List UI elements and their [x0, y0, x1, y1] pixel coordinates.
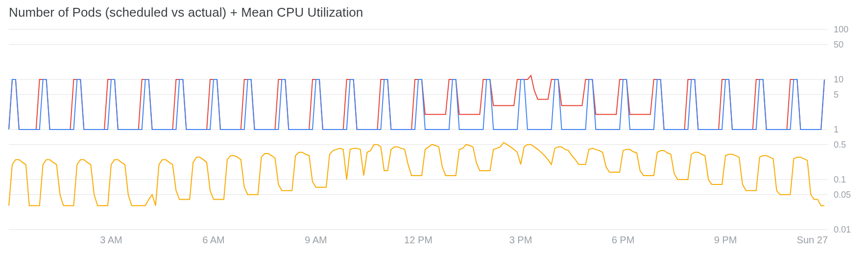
x-tick-label: 3 PM [509, 234, 532, 245]
y-tick-label: 0.5 [834, 140, 846, 150]
x-tick-label: 9 AM [305, 234, 327, 245]
x-tick-label: 3 AM [100, 234, 122, 245]
series-pods-actual [9, 79, 824, 130]
y-tick-label: 50 [834, 40, 844, 50]
y-tick-label: 0.1 [834, 175, 846, 184]
y-tick-label: 5 [834, 90, 839, 100]
x-tick-label: 6 PM [612, 234, 635, 245]
chart-title: Number of Pods (scheduled vs actual) + M… [0, 0, 868, 22]
y-tick-label: 10 [834, 75, 844, 84]
series-mean-cpu-utilization [9, 143, 824, 206]
y-tick-label: 0.05 [834, 190, 851, 200]
y-tick-label: 1 [834, 125, 839, 134]
chart-plot-area: 1005010510.50.10.050.013 AM6 AM9 AM12 PM… [9, 29, 828, 230]
x-tick-label: Sun 27 [797, 234, 828, 245]
y-tick-label: 100 [834, 25, 848, 34]
x-tick-label: 12 PM [404, 234, 433, 245]
chart-svg: 1005010510.50.10.050.013 AM6 AM9 AM12 PM… [9, 29, 828, 230]
chart-panel: Number of Pods (scheduled vs actual) + M… [0, 0, 868, 259]
x-tick-label: 9 PM [714, 234, 737, 245]
y-tick-label: 0.01 [834, 225, 851, 234]
x-tick-label: 6 AM [202, 234, 225, 245]
